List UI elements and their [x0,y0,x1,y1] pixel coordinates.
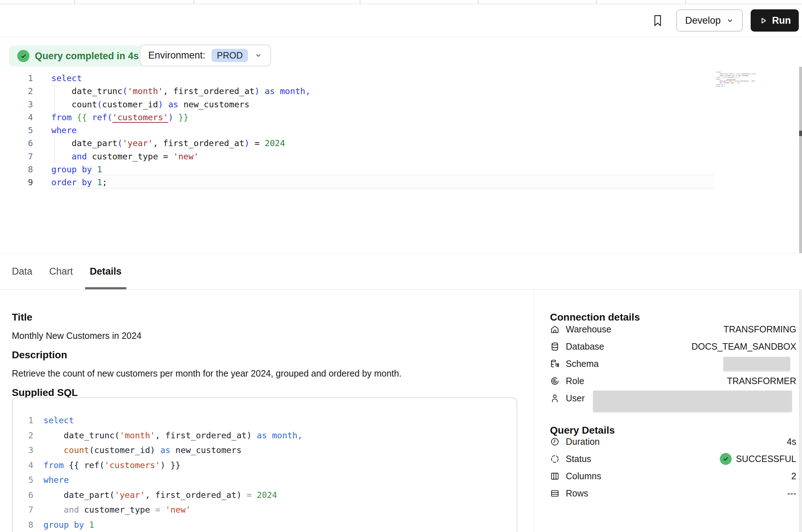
tab-separator [360,0,360,4]
panel-divider [534,290,534,532]
description-heading: Description [12,349,67,361]
duration-label: Duration [566,437,600,447]
code-line: date_part('year', first_ordered_at) = 20… [51,137,311,150]
connection-details-panel: WarehouseTRANSFORMINGDatabaseDOCS_TEAM_S… [550,321,796,407]
bookmark-icon [651,14,665,27]
line-number: 2 [0,85,33,98]
line-number: 6 [13,488,33,503]
tab-separator [478,0,479,4]
environment-value-badge: PROD [211,49,248,62]
editor-scrollbar[interactable] [799,67,802,253]
line-number: 3 [0,98,33,111]
page-scrollbar-gutter[interactable] [799,290,802,532]
tab-data[interactable]: Data [12,253,32,289]
rows-label: Rows [566,488,588,499]
status-icon [550,454,560,464]
role-icon [550,376,560,386]
code-line: group by 1 [51,163,311,176]
rows-row: Rows--- [550,485,796,502]
title-value: Monthly New Customers in 2024 [12,331,141,341]
environment-selector[interactable]: Environment: PROD [140,45,271,66]
line-number: 8 [13,518,33,532]
columns-icon [550,471,560,481]
user-icon [550,393,560,403]
tab-chart[interactable]: Chart [49,253,73,289]
user-row: User [550,389,796,407]
warehouse-row: WarehouseTRANSFORMING [550,321,796,338]
database-row: DatabaseDOCS_TEAM_SANDBOX [550,338,796,355]
description-value: Retrieve the count of new customers per … [12,368,401,379]
line-number: 5 [13,473,33,488]
rows-value: --- [787,488,796,499]
editor-line-numbers: 123456789 [0,72,33,189]
active-tab-indicator [85,287,126,289]
code-line: select [51,72,311,85]
supplied-sql-code: 12345678 select date_trunc('month', firs… [12,397,517,532]
code-line: where [43,473,303,488]
tab-label: Details [90,266,122,277]
duration-row: Duration4s [550,433,796,450]
code-line: and customer_type = 'new' [43,503,303,518]
line-number: 7 [0,150,33,163]
line-number: 2 [13,428,33,443]
success-check-icon [720,453,732,465]
duration-icon [550,437,560,447]
schema-icon [550,359,560,369]
database-label: Database [566,341,604,352]
columns-row: Columns2 [550,467,796,485]
supplied-sql-heading: Supplied SQL [12,387,78,398]
code-line: date_trunc('month', first_ordered_at) as… [43,428,303,443]
redacted-value [723,357,790,370]
role-row: RoleTRANSFORMER [550,372,796,389]
code-line: order by 1; [716,85,756,87]
columns-value: 2 [791,471,796,481]
code-line: from {{ ref('customers') }} [43,458,303,473]
line-number: 6 [0,137,33,150]
results-tabbar: DataChartDetails [0,253,802,290]
schema-value [723,357,796,370]
tab-details[interactable]: Details [90,253,122,289]
database-value: DOCS_TEAM_SANDBOX [691,341,796,352]
line-number: 7 [13,503,33,518]
tab-separator [74,0,75,4]
run-button-label: Run [772,15,791,26]
warehouse-value: TRANSFORMING [723,324,796,335]
code-line: where [51,124,311,137]
code-line: group by 1 [43,518,303,532]
play-icon [759,16,768,25]
title-heading: Title [12,312,32,323]
code-line: date_part('year', first_ordered_at) = 20… [43,488,303,503]
user-value [593,388,796,409]
develop-button[interactable]: Develop [676,9,742,32]
line-number: 3 [13,443,33,458]
tab-separator [193,0,194,4]
role-label: Role [566,376,584,386]
code-line: count(customer_id) as new_customers [43,443,303,458]
line-number: 5 [0,124,33,137]
status-row: StatusSUCCESSFUL [550,450,796,467]
browser-tab-strip [0,0,802,4]
chevron-down-icon [254,51,262,60]
chevron-down-icon [726,17,734,25]
redacted-value [593,391,792,411]
schema-label: Schema [566,359,599,369]
columns-label: Columns [566,471,601,481]
line-number: 1 [0,72,33,85]
code-line: count(customer_id) as new_customers [51,98,311,111]
run-button[interactable]: Run [751,9,799,32]
sql-editor[interactable]: 123456789 select date_trunc('month', fir… [0,67,802,253]
code-line: date_trunc('month', first_ordered_at) as… [51,85,311,98]
duration-value: 4s [787,437,796,447]
code-line: select [43,413,303,428]
code-line: from {{ ref('customers') }} [51,111,311,124]
environment-label: Environment: [148,50,205,61]
editor-minimap[interactable]: select date_trunc('month', first_ordered… [716,71,756,90]
editor-code: select date_trunc('month', first_ordered… [51,72,311,189]
tab-separator [596,0,597,4]
status-label: Status [566,454,591,464]
bookmark-button[interactable] [650,13,666,28]
code-line: and customer_type = 'new' [51,150,311,163]
tab-separator [685,0,686,4]
query-status-text: Query completed in 4s [35,51,139,62]
editor-scrollbar-thumb[interactable] [799,131,802,136]
